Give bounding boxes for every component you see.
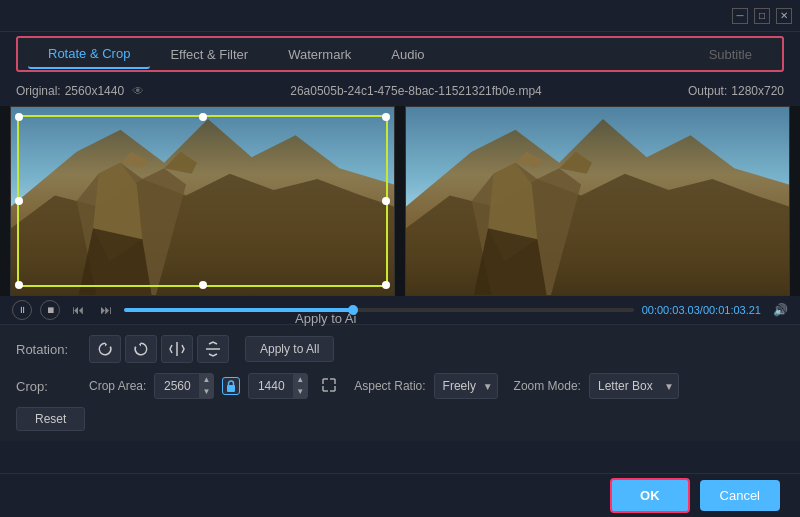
rotation-label: Rotation: (16, 342, 81, 357)
crop-label: Crop: (16, 379, 81, 394)
crop-height-input[interactable] (249, 379, 293, 393)
original-label: Original: (16, 84, 61, 98)
crop-height-up[interactable]: ▲ (293, 374, 307, 386)
svg-rect-16 (227, 385, 235, 392)
preview-area (0, 106, 800, 296)
crop-width-input[interactable] (155, 379, 199, 393)
aspect-ratio-select-wrap: Freely 16:9 4:3 1:1 9:16 ▼ (434, 373, 498, 399)
stop-button[interactable]: ⏹ (40, 300, 60, 320)
tab-audio[interactable]: Audio (371, 41, 444, 68)
original-value: 2560x1440 (65, 84, 124, 98)
crop-width-spinners: ▲ ▼ (199, 374, 213, 398)
crop-height-spinners: ▲ ▼ (293, 374, 307, 398)
crop-area-label: Crop Area: (89, 379, 146, 393)
crop-resize-icon[interactable] (320, 376, 338, 397)
crop-width-up[interactable]: ▲ (199, 374, 213, 386)
maximize-button[interactable]: □ (754, 8, 770, 24)
rotation-row: Rotation: Apply to All (16, 335, 784, 363)
crop-width-down[interactable]: ▼ (199, 386, 213, 398)
filename-label: 26a0505b-24c1-475e-8bac-11521321fb0e.mp4 (144, 84, 688, 98)
rotate-left-button[interactable] (89, 335, 121, 363)
pause-button[interactable]: ⏸ (12, 300, 32, 320)
zoom-mode-label: Zoom Mode: (514, 379, 581, 393)
output-value: 1280x720 (731, 84, 784, 98)
tab-watermark[interactable]: Watermark (268, 41, 371, 68)
output-label: Output: (688, 84, 727, 98)
zoom-mode-select[interactable]: Letter Box Pan & Scan Full (589, 373, 679, 399)
source-video-frame (11, 107, 394, 295)
ok-button[interactable]: OK (610, 478, 690, 513)
flip-vertical-button[interactable] (197, 335, 229, 363)
aspect-ratio-label: Aspect Ratio: (354, 379, 425, 393)
rotate-right-button[interactable] (125, 335, 157, 363)
output-video-frame (406, 107, 789, 295)
tabs-container: Rotate & Crop Effect & Filter Watermark … (16, 36, 784, 72)
preview-right (405, 106, 790, 296)
time-display: 00:00:03.03/00:01:03.21 (642, 304, 761, 316)
progress-bar[interactable] (124, 308, 634, 312)
current-time: 00:00:03.03 (642, 304, 700, 316)
rotation-buttons (89, 335, 229, 363)
tab-effect-filter[interactable]: Effect & Filter (150, 41, 268, 68)
crop-height-input-wrap: ▲ ▼ (248, 373, 308, 399)
next-frame-button[interactable]: ⏭ (96, 301, 116, 319)
reset-button[interactable]: Reset (16, 407, 85, 431)
crop-height-down[interactable]: ▼ (293, 386, 307, 398)
tab-rotate-crop[interactable]: Rotate & Crop (28, 40, 150, 69)
prev-frame-button[interactable]: ⏮ (68, 301, 88, 319)
playback-bar: ⏸ ⏹ ⏮ ⏭ 00:00:03.03/00:01:03.21 🔊 (0, 296, 800, 324)
minimize-button[interactable]: ─ (732, 8, 748, 24)
preview-eye-icon[interactable]: 👁 (132, 84, 144, 98)
flip-horizontal-button[interactable] (161, 335, 193, 363)
bottom-action-bar: OK Cancel (0, 473, 800, 517)
preview-left (10, 106, 395, 296)
apply-to-ai-label: Apply to Ai (295, 311, 356, 326)
controls-panel: Rotation: Apply to All Crop: Crop Area: … (0, 324, 800, 441)
info-row: Original: 2560x1440 👁 26a0505b-24c1-475e… (0, 76, 800, 106)
volume-icon[interactable]: 🔊 (773, 303, 788, 317)
tab-subtitle[interactable]: Subtitle (689, 41, 772, 68)
close-button[interactable]: ✕ (776, 8, 792, 24)
crop-width-input-wrap: ▲ ▼ (154, 373, 214, 399)
title-bar: ─ □ ✕ (0, 0, 800, 32)
aspect-ratio-select[interactable]: Freely 16:9 4:3 1:1 9:16 (434, 373, 498, 399)
total-time: 00:01:03.21 (703, 304, 761, 316)
zoom-mode-select-wrap: Letter Box Pan & Scan Full ▼ (589, 373, 679, 399)
aspect-lock-button[interactable] (222, 377, 240, 395)
crop-row: Crop: Crop Area: ▲ ▼ ▲ ▼ (16, 373, 784, 399)
cancel-button[interactable]: Cancel (700, 480, 780, 511)
reset-row: Reset (16, 407, 784, 431)
apply-to-all-button[interactable]: Apply to All (245, 336, 334, 362)
